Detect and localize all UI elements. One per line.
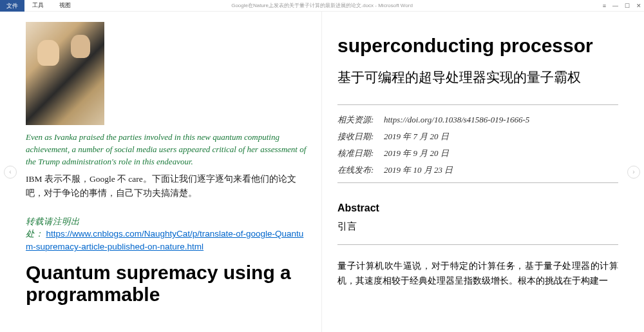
menu-file[interactable]: 文件 [0, 0, 24, 12]
abstract-heading-zh: 引言 [337, 220, 618, 233]
article-photo [26, 22, 104, 125]
metadata-block: 相关资源: https://doi.org/10.1038/s41586-019… [337, 104, 618, 183]
divider [337, 104, 618, 105]
divider [337, 244, 618, 245]
meta-approved: 核准日期: 2019 年 9 月 20 日 [337, 145, 618, 162]
next-page-button[interactable]: › [627, 166, 640, 179]
article-title-zh: 基于可编程的超导处理器实现的量子霸权 [337, 68, 618, 88]
meta-approved-value: 2019 年 9 月 20 日 [384, 145, 449, 162]
menu-bar: 文件 工具 视图 Google在Nature上发表的关于量子计算的最新进展的论文… [0, 0, 644, 12]
meta-published-value: 2019 年 10 月 23 日 [384, 162, 453, 179]
divider [337, 182, 618, 183]
meta-resource: 相关资源: https://doi.org/10.1038/s41586-019… [337, 112, 618, 128]
prev-page-button[interactable]: ‹ [4, 166, 17, 179]
abstract-paragraph: 量子计算机吹牛逼说，对于特定的计算任务，基于量子处理器的计算机，其速度相较于经典… [337, 259, 618, 289]
minimize-icon[interactable]: — [612, 3, 618, 9]
window-title: Google在Nature上发表的关于量子计算的最新进展的论文.docx - M… [231, 2, 413, 9]
meta-resource-value: https://doi.org/10.1038/s41586-019-1666-… [384, 112, 529, 128]
meta-published: 在线发布: 2019 年 10 月 23 日 [337, 162, 618, 179]
menu-tools[interactable]: 工具 [24, 0, 52, 11]
abstract-heading: Abstract [337, 202, 618, 214]
document-canvas: ‹ › Even as Ivanka praised the parties i… [0, 12, 644, 332]
close-icon[interactable]: ✕ [636, 3, 641, 9]
meta-approved-label: 核准日期: [337, 145, 384, 162]
meta-received-value: 2019 年 7 月 20 日 [384, 128, 449, 145]
menu-view[interactable]: 视图 [52, 0, 79, 11]
right-column: superconducting processor 基于可编程的超导处理器实现的… [322, 12, 644, 332]
article-title-part1: Quantum supremacy using a programmable [26, 262, 308, 306]
maximize-icon[interactable]: ☐ [625, 3, 630, 9]
meta-received-label: 接收日期: [337, 128, 384, 145]
ribbon-toggle-icon[interactable]: ≡ [603, 3, 606, 9]
meta-received: 接收日期: 2019 年 7 月 20 日 [337, 128, 618, 145]
attribution-link[interactable]: https://www.cnblogs.com/NaughtyCat/p/tra… [26, 229, 303, 251]
meta-published-label: 在线发布: [337, 162, 384, 179]
article-title-part2: superconducting processor [337, 35, 618, 57]
attribution-prefix: 处： [26, 229, 46, 239]
photo-caption: Even as Ivanka praised the parties invol… [26, 132, 308, 168]
left-column: Even as Ivanka praised the parties invol… [0, 12, 322, 332]
intro-paragraph: IBM 表示不服，Google 不 care。下面让我们逐字逐句来看他们的论文吧… [26, 172, 308, 201]
attribution-label: 转载请注明出 [26, 216, 308, 228]
meta-resource-label: 相关资源: [337, 112, 384, 128]
